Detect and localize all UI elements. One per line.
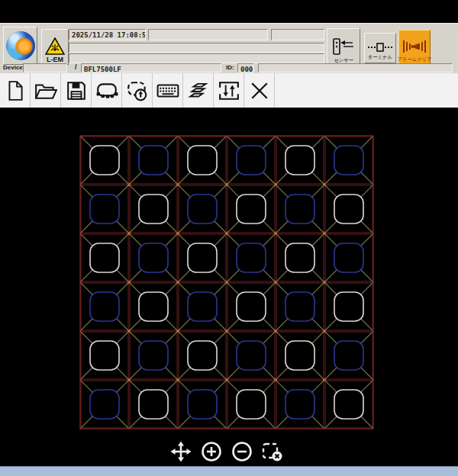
marking-layout-canvas[interactable] bbox=[0, 108, 458, 466]
message-field-1[interactable] bbox=[69, 43, 324, 53]
close-button[interactable] bbox=[244, 73, 275, 108]
device-label: Device bbox=[3, 64, 23, 71]
zoom-in-icon bbox=[201, 441, 222, 462]
main-toolbar bbox=[0, 73, 458, 108]
alarm-clear-button[interactable]: アラームクリア bbox=[398, 30, 431, 66]
keyboard-icon bbox=[156, 82, 179, 100]
zoom-out-button[interactable] bbox=[231, 440, 253, 463]
device-row: Device / BFL7500LF ID: 000 bbox=[0, 63, 458, 74]
device-field[interactable] bbox=[23, 63, 67, 72]
pan-icon bbox=[170, 441, 192, 462]
terminal-label: ターミナル bbox=[368, 54, 392, 61]
save-floppy-icon bbox=[66, 81, 86, 101]
id-label: ID: bbox=[226, 64, 234, 71]
open-folder-icon bbox=[34, 81, 57, 101]
alarm-clear-icon bbox=[402, 37, 427, 56]
status-bar bbox=[0, 466, 458, 476]
sensor-button[interactable]: センサー bbox=[327, 28, 360, 66]
path-separator: / bbox=[75, 63, 77, 71]
guide-pointer-button[interactable] bbox=[122, 73, 153, 108]
clear-selection-button[interactable] bbox=[261, 440, 284, 463]
header-field-2[interactable] bbox=[148, 29, 268, 40]
application-window: L-EM 2025/11/28 17:08:53 センサー bbox=[0, 0, 458, 476]
status-message-field[interactable] bbox=[258, 63, 453, 72]
sensor-icon bbox=[331, 37, 356, 56]
transfer-button[interactable] bbox=[214, 73, 244, 108]
viewport-controls bbox=[169, 439, 284, 464]
zoom-out-icon bbox=[231, 441, 253, 462]
close-x-icon bbox=[250, 81, 269, 101]
file-name-field[interactable]: BFL7500LF bbox=[81, 63, 221, 72]
pan-button[interactable] bbox=[169, 440, 192, 463]
id-value-field[interactable]: 000 bbox=[237, 63, 254, 72]
workpiece-grid bbox=[0, 108, 458, 466]
save-button[interactable] bbox=[61, 73, 92, 108]
header-panel: L-EM 2025/11/28 17:08:53 センサー bbox=[0, 23, 458, 74]
keyboard-button[interactable] bbox=[153, 73, 183, 108]
header-field-3[interactable] bbox=[271, 29, 324, 40]
terminal-button[interactable]: ターミナル bbox=[364, 33, 396, 63]
laser-emission-button[interactable]: L-EM bbox=[41, 29, 69, 65]
marking-path-icon bbox=[95, 81, 118, 101]
datetime-field: 2025/11/28 17:08:53 bbox=[69, 29, 146, 40]
transfer-icon bbox=[218, 81, 240, 101]
new-document-icon bbox=[5, 80, 25, 101]
marking-path-button[interactable] bbox=[92, 73, 122, 108]
app-logo-button[interactable] bbox=[3, 27, 37, 65]
app-logo-icon bbox=[6, 31, 35, 60]
zoom-in-button[interactable] bbox=[200, 440, 223, 463]
layers-icon bbox=[187, 81, 210, 101]
terminal-icon bbox=[367, 41, 393, 53]
new-document-button[interactable] bbox=[0, 73, 31, 108]
open-file-button[interactable] bbox=[31, 73, 61, 108]
layers-button[interactable] bbox=[183, 73, 214, 108]
clear-selection-icon bbox=[261, 441, 284, 462]
laser-warning-icon bbox=[45, 37, 65, 56]
guide-pointer-icon bbox=[126, 80, 149, 101]
